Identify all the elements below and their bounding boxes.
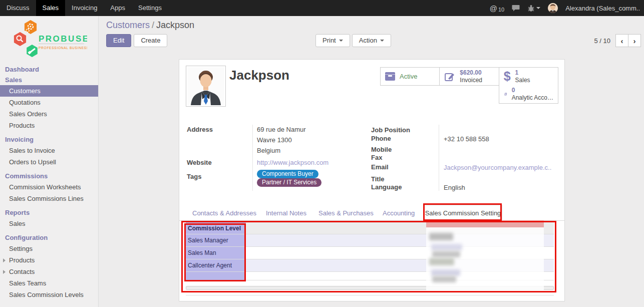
chevron-down-icon	[380, 40, 384, 42]
sidebar-item-config-products[interactable]: Products	[0, 254, 98, 266]
debug-menu-button[interactable]	[528, 5, 540, 12]
chevron-right-icon: ›	[633, 37, 636, 45]
stat-buttons: Active $620.00 Invoiced $ 1 Sales	[380, 67, 558, 86]
row-cell-censored	[246, 234, 554, 246]
menu-settings[interactable]: Settings	[132, 0, 168, 16]
job-position-label: Job Position	[371, 126, 410, 134]
action-buttons: Print Action	[315, 34, 391, 47]
table-row[interactable]: Sales Man	[186, 247, 554, 259]
print-label: Print	[323, 37, 336, 45]
tab-internal-notes[interactable]: Internal Notes	[266, 209, 306, 217]
mobile-label: Mobile	[371, 146, 392, 153]
table-empty-row[interactable]	[186, 272, 554, 280]
action-dropdown-button[interactable]: Action	[352, 34, 391, 47]
sidebar-item-sales-teams[interactable]: Sales Teams	[0, 277, 98, 289]
top-menu-bar: Discuss Sales Invoicing Apps Settings @ …	[0, 0, 644, 16]
pager-previous-button[interactable]: ‹	[615, 34, 628, 47]
sidebar-item-sales-to-invoice[interactable]: Sales to Invoice	[0, 145, 98, 156]
phone-label: Phone	[371, 135, 391, 142]
tab-accounting[interactable]: Accounting	[383, 209, 415, 217]
sales-count-label: Sales	[515, 77, 530, 84]
table-header-row: Commission Level	[186, 222, 554, 234]
breadcrumb: Customers/Jackpson	[106, 20, 194, 31]
address-country: Belgium	[257, 147, 280, 154]
pager-next-button[interactable]: ›	[628, 34, 641, 47]
company-logo[interactable]: PROBUSE PROFESSIONAL BUSINESS	[7, 19, 98, 60]
table-row[interactable]: Sales Manager	[186, 234, 554, 247]
create-button[interactable]: Create	[134, 34, 167, 47]
horizontal-scrollbar[interactable]	[186, 286, 554, 290]
analytic-accounts-stat-button[interactable]: 0 Analytic Acco…	[499, 85, 558, 104]
commission-level-header[interactable]: Commission Level	[186, 222, 246, 234]
sales-count-value: 1	[515, 69, 530, 77]
tab-sales-commission-setting[interactable]: Sales Commission Setting	[424, 205, 502, 221]
tags-label: Tags	[187, 173, 201, 180]
invoiced-value: $620.00	[460, 69, 482, 77]
user-avatar-image	[548, 3, 558, 13]
sidebar-item-sales-commission-levels[interactable]: Sales Commission Levels	[0, 289, 98, 300]
website-link[interactable]: http://www.jackpson.com	[257, 159, 329, 166]
sidebar-item-sales-commissions-lines[interactable]: Sales Commissions Lines	[0, 193, 98, 204]
user-avatar[interactable]	[548, 3, 558, 13]
logo-tagline: PROFESSIONAL BUSINESS	[39, 46, 87, 50]
sidebar-section-reports: Reports	[0, 207, 98, 218]
field-separator	[252, 125, 253, 191]
email-label: Email	[371, 163, 389, 171]
sidebar-item-products[interactable]: Products	[0, 120, 98, 131]
commission-level-empty-cell[interactable]	[186, 272, 246, 280]
edit-button[interactable]: Edit	[106, 34, 131, 47]
customer-photo[interactable]	[186, 66, 226, 107]
sidebar-item-label: Products	[9, 256, 35, 264]
tab-sales-purchases[interactable]: Sales & Purchases	[318, 209, 374, 217]
at-icon: @	[490, 4, 497, 13]
sidebar-item-reports-sales[interactable]: Sales	[0, 218, 98, 229]
messages-button[interactable]	[512, 5, 520, 12]
fax-label: Fax	[371, 154, 382, 161]
header-cell-censored	[246, 222, 554, 234]
sidebar-section-commissions: Commissions	[0, 171, 98, 181]
sidebar-item-sales-orders[interactable]: Sales Orders	[0, 108, 98, 120]
commission-level-cell[interactable]: Sales Man	[186, 247, 246, 259]
sidebar-item-orders-to-upsell[interactable]: Orders to Upsell	[0, 156, 98, 168]
invoiced-stat-button[interactable]: $620.00 Invoiced	[439, 68, 498, 85]
sidebar-section-invoicing: Invoicing	[0, 134, 98, 145]
sidebar-item-dashboard[interactable]: Dashboard	[0, 64, 98, 75]
tag-partner-it-services[interactable]: Partner / IT Services	[257, 178, 321, 187]
print-dropdown-button[interactable]: Print	[315, 34, 350, 47]
user-menu[interactable]: Alexandra (Sales_comm..	[565, 5, 640, 12]
chevron-down-icon	[339, 40, 343, 42]
tag-components-buyer[interactable]: Components Buyer	[257, 170, 318, 178]
sidebar-item-quotations[interactable]: Quotations	[0, 97, 98, 108]
dollar-icon: $	[504, 70, 511, 83]
table-row[interactable]: Callcenter Agent	[186, 259, 554, 272]
customer-form-sheet: Jackpson Active $620.00 Invoiced $	[179, 59, 565, 301]
menu-discuss[interactable]: Discuss	[0, 0, 36, 16]
sidebar-item-customers[interactable]: Customers	[0, 85, 98, 97]
commission-level-cell[interactable]: Sales Manager	[186, 234, 246, 246]
active-toggle-button[interactable]: Active	[381, 68, 439, 85]
expand-caret-icon	[3, 258, 6, 262]
logo-hex-red	[14, 32, 26, 46]
menu-invoicing[interactable]: Invoicing	[65, 0, 104, 16]
active-status-label: Active	[400, 73, 417, 80]
commission-level-cell[interactable]: Callcenter Agent	[186, 259, 246, 271]
analytic-count-label: Analytic Acco…	[512, 94, 553, 102]
email-link[interactable]: Jackpson@yourcompany.example.c..	[444, 164, 551, 171]
phone-value: +32 10 588 558	[444, 135, 489, 143]
chat-bubble-icon	[512, 5, 520, 12]
mentions-button[interactable]: @ 10	[490, 4, 504, 13]
sidebar-item-settings[interactable]: Settings	[0, 243, 98, 254]
sidebar-item-commission-worksheets[interactable]: Commission Worksheets	[0, 181, 98, 193]
archive-box-icon	[385, 72, 395, 81]
sidebar-section-sales[interactable]: Sales	[0, 75, 98, 85]
pager-count: 5 / 10	[594, 37, 610, 45]
sidebar-item-config-contacts[interactable]: Contacts	[0, 266, 98, 277]
breadcrumb-customers-link[interactable]: Customers	[106, 20, 150, 30]
invoiced-label: Invoiced	[460, 77, 482, 84]
sales-stat-button[interactable]: $ 1 Sales	[499, 68, 558, 85]
tab-contacts-addresses[interactable]: Contacts & Addresses	[192, 209, 256, 217]
sheet-divider	[186, 295, 554, 295]
menu-sales[interactable]: Sales	[36, 0, 66, 16]
menu-apps[interactable]: Apps	[104, 0, 132, 16]
sidebar-section-configuration: Configuration	[0, 232, 98, 243]
